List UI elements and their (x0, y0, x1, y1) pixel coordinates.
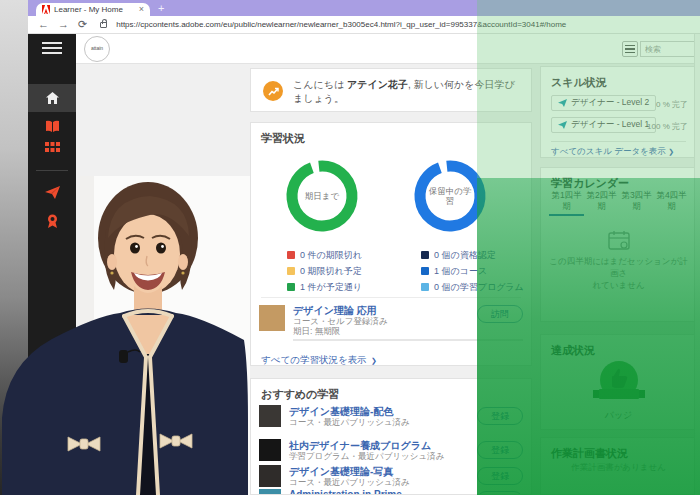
legend-item: 0 件の期限切れ (287, 247, 362, 263)
presenter-photo (0, 176, 250, 495)
home-icon (45, 91, 60, 105)
course-title-link[interactable]: Administration in Prime (289, 489, 402, 495)
calendar-empty-text: この四半期にはまだセッションが計画さ れていません (547, 256, 690, 292)
donut-due-date: 期日まで (283, 157, 361, 235)
header-menu-button[interactable] (622, 41, 638, 57)
new-tab-button[interactable]: + (158, 2, 164, 14)
enroll-button[interactable]: 登録 (477, 467, 523, 485)
nav-mylearning-item[interactable] (28, 120, 76, 133)
legend-item: 0 個の学習プログラム (421, 279, 524, 295)
show-all-skills-link[interactable]: すべてのスキル データを表示 ❯ (551, 146, 674, 158)
enroll-button[interactable]: 登録 (477, 407, 523, 425)
skill-chip[interactable]: デザイナー - Level 2 (551, 95, 656, 111)
browser-tabbar: Learner - My Home × + (28, 0, 700, 16)
tab-q2[interactable]: 第2四半期 (584, 190, 619, 216)
paper-plane-icon (558, 99, 567, 107)
catalog-grid-icon (45, 142, 60, 153)
divider (261, 297, 521, 298)
workplan-empty-text: 作業計画書がありません (547, 462, 690, 474)
search-input[interactable] (640, 41, 696, 57)
learning-status-title: 学習状況 (261, 131, 305, 146)
legend-item: 0 個の資格認定 (421, 247, 524, 263)
donut-pending: 保留中の学習 (411, 157, 489, 235)
book-icon (45, 120, 60, 133)
greeting-card: こんにちは アテイン花子, 新しい何かを今日学びましょう。 (250, 68, 532, 112)
browser-tab[interactable]: Learner - My Home × (36, 3, 150, 16)
nav-catalog-item[interactable] (28, 142, 76, 153)
skill-chip[interactable]: デザイナー - Level 1 (551, 117, 656, 133)
list-item: Administration in Prime 登録 (251, 489, 531, 495)
legend-item: 1 件が予定通り (287, 279, 362, 295)
reload-icon[interactable]: ⟳ (78, 19, 87, 30)
achievements-title: 達成状況 (551, 343, 595, 358)
workplan-card: 作業計画書状況 作業計画書がありません (540, 437, 697, 495)
tab-q4[interactable]: 第4四半期 (654, 190, 689, 216)
screenshot-root: Learner - My Home × + ← → ⟳ https://cpco… (0, 0, 700, 495)
url-text[interactable]: https://cpcontents.adobe.com/eu/public/n… (116, 20, 566, 29)
achievements-card: 達成状況 バッジ (540, 334, 697, 430)
enroll-button[interactable]: 登録 (477, 491, 523, 495)
skills-title: スキル状況 (551, 75, 607, 90)
recommended-card: おすすめの学習 デザイン基礎理論-配色 コース・最近パブリッシュ済み 登録 社内… (250, 378, 532, 495)
course-thumbnail (259, 405, 281, 427)
tab-q3[interactable]: 第3四半期 (619, 190, 654, 216)
course-thumbnail (259, 465, 281, 487)
greeting-text: こんにちは アテイン花子, 新しい何かを今日学びましょう。 (293, 78, 523, 105)
divider (551, 141, 686, 142)
calendar-title: 学習カレンダー (551, 176, 629, 191)
back-icon[interactable]: ← (38, 19, 49, 30)
page-scrollbar[interactable] (694, 34, 700, 495)
browser-urlbar: ← → ⟳ https://cpcontents.adobe.com/eu/pu… (28, 16, 700, 34)
skills-card: スキル状況 デザイナー - Level 2 0 % 完了 デザイナー - Lev… (540, 66, 697, 158)
trending-up-icon (263, 81, 283, 101)
recommended-title: おすすめの学習 (261, 387, 339, 402)
enroll-button[interactable]: 登録 (477, 441, 523, 459)
legend-pending: 0 個の資格認定 1 個のコース 0 個の学習プログラム (421, 247, 524, 295)
donut-due-date-label: 期日まで (283, 157, 361, 235)
calendar-empty-icon (541, 230, 696, 250)
legend-item: 1 個のコース (421, 263, 524, 279)
rail-hamburger-icon[interactable] (42, 42, 62, 57)
course-thumbnail (259, 305, 285, 331)
quarter-tabs: 第1四半期 第2四半期 第3四半期 第4四半期 (549, 190, 690, 216)
adobe-favicon (42, 5, 50, 14)
badge-icon (541, 359, 696, 407)
app-header: attain (28, 34, 700, 64)
legend-due-date: 0 件の期限切れ 0 期限切れ予定 1 件が予定通り (287, 247, 362, 295)
course-progress-bar (293, 339, 523, 341)
user-name: アテイン花子 (347, 79, 408, 90)
course-thumbnail (259, 439, 281, 461)
workplan-title: 作業計画書状況 (551, 446, 628, 461)
list-item: デザイン基礎理論-配色 コース・最近パブリッシュ済み 登録 (251, 405, 531, 437)
learning-calendar-card: 学習カレンダー 第1四半期 第2四半期 第3四半期 第4四半期 この四半期にはま… (540, 167, 697, 322)
tab-close-icon[interactable]: × (139, 5, 144, 14)
visit-button[interactable]: 訪問 (477, 305, 523, 323)
rail-divider (36, 170, 68, 171)
course-due-date: 期日: 無期限 (293, 326, 340, 338)
lock-icon (100, 22, 107, 28)
skill-percent: 100 % 完了 (647, 121, 688, 132)
show-all-learning-link[interactable]: すべての学習状況を表示 ❯ (261, 349, 377, 367)
course-thumbnail (259, 489, 281, 495)
tab-q1[interactable]: 第1四半期 (549, 190, 584, 216)
tab-title: Learner - My Home (54, 5, 135, 14)
donut-pending-label: 保留中の学習 (411, 157, 489, 235)
skill-percent: 0 % 完了 (656, 99, 688, 110)
legend-item: 0 期限切れ予定 (287, 263, 362, 279)
forward-icon[interactable]: → (58, 19, 69, 30)
paper-plane-icon (558, 121, 567, 129)
badge-label: バッジ (541, 409, 696, 422)
nav-home-item[interactable] (28, 84, 76, 112)
learning-status-card: 学習状況 期日まで 保留中の学習 0 件の期限切れ 0 期限切れ予定 1 件が予… (250, 122, 532, 366)
account-logo: attain (84, 36, 110, 62)
